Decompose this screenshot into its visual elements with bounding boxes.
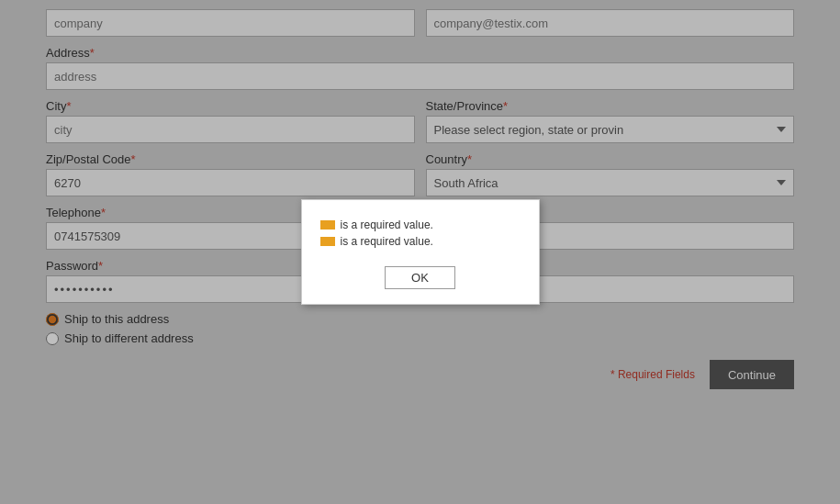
- ok-button[interactable]: OK: [385, 266, 455, 289]
- modal-message-1: is a required value.: [320, 218, 433, 231]
- modal-box: is a required value. is a required value…: [301, 199, 540, 305]
- modal-messages: is a required value. is a required value…: [320, 218, 433, 252]
- modal-message-1-text: is a required value.: [341, 218, 433, 231]
- page-container: Address* City* State/Province* Please se…: [0, 0, 840, 504]
- modal-ok-row: OK: [320, 266, 521, 289]
- warning-icon-2: [320, 237, 335, 246]
- warning-icon-1: [320, 220, 335, 230]
- modal-overlay: is a required value. is a required value…: [0, 0, 840, 504]
- modal-message-2-text: is a required value.: [341, 235, 433, 248]
- modal-message-2: is a required value.: [320, 235, 433, 248]
